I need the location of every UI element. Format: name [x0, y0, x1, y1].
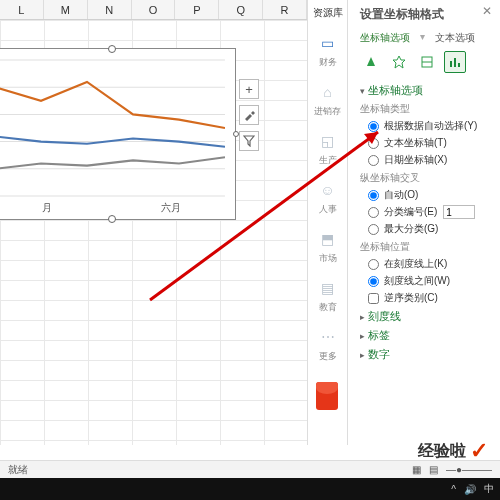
pane-title: 设置坐标轴格式 [360, 6, 490, 23]
resource-inventory[interactable]: ⌂进销存 [313, 81, 343, 118]
col-n[interactable]: N [88, 0, 132, 19]
resource-hr[interactable]: ☺人事 [313, 179, 343, 216]
label-axis-position: 坐标轴位置 [360, 240, 490, 254]
col-q[interactable]: Q [219, 0, 263, 19]
cube-icon: ◱ [317, 130, 339, 152]
view-normal-icon[interactable]: ▦ [412, 464, 421, 475]
chart-styles-button[interactable] [239, 105, 259, 125]
filter-icon [243, 135, 255, 147]
people-icon: ☺ [317, 179, 339, 201]
view-page-icon[interactable]: ▤ [429, 464, 438, 475]
chart-elements-button[interactable]: + [239, 79, 259, 99]
zoom-slider[interactable]: —●——— [446, 464, 492, 475]
resource-finance[interactable]: ▭财务 [313, 32, 343, 69]
format-axis-pane: 设置坐标轴格式 ✕ 坐标轴选项 ▾ 文本选项 坐标轴选项 坐标轴类型 根据数据自… [348, 0, 500, 445]
fill-line-icon[interactable] [360, 51, 382, 73]
taskbar: ^ 🔊 中 [0, 478, 500, 500]
section-labels[interactable]: 标签 [360, 328, 490, 343]
effects-icon[interactable] [388, 51, 410, 73]
svg-rect-9 [450, 61, 452, 67]
tray-volume-icon[interactable]: 🔊 [464, 484, 476, 495]
resource-sidebar: 资源库 ▭财务 ⌂进销存 ◱生产 ☺人事 ⬒市场 ▤教育 ⋯更多 [308, 0, 348, 445]
col-m[interactable]: M [44, 0, 88, 19]
resource-more[interactable]: ⋯更多 [313, 326, 343, 363]
opt-cross-category[interactable]: 分类编号(E) [368, 205, 490, 219]
status-bar: 就绪 ▦ ▤ —●——— [0, 460, 500, 478]
tab-text-options[interactable]: 文本选项 [435, 31, 475, 45]
resource-production[interactable]: ◱生产 [313, 130, 343, 167]
resource-title: 资源库 [313, 4, 343, 26]
col-p[interactable]: P [175, 0, 219, 19]
brush-icon [243, 109, 255, 121]
tray-ime-icon[interactable]: 中 [484, 482, 494, 496]
chart-icon: ⬒ [317, 228, 339, 250]
status-ready: 就绪 [8, 463, 28, 477]
resource-education[interactable]: ▤教育 [313, 277, 343, 314]
book-icon: ▤ [317, 277, 339, 299]
label-axis-type: 坐标轴类型 [360, 102, 490, 116]
tab-axis-options[interactable]: 坐标轴选项 [360, 31, 410, 45]
wallet-icon: ▭ [317, 32, 339, 54]
opt-between-tick[interactable]: 刻度线之间(W) [368, 274, 490, 288]
red-envelope-icon[interactable] [316, 382, 338, 410]
pane-tabs: 坐标轴选项 ▾ 文本选项 [360, 31, 490, 45]
opt-reverse-categories[interactable]: 逆序类别(C) [368, 291, 490, 305]
svg-rect-11 [458, 63, 460, 67]
col-o[interactable]: O [132, 0, 176, 19]
opt-date-axis[interactable]: 日期坐标轴(X) [368, 153, 490, 167]
chart-x-labels: 月 六月 [0, 201, 235, 215]
section-number[interactable]: 数字 [360, 347, 490, 362]
col-r[interactable]: R [263, 0, 307, 19]
chart-filter-button[interactable] [239, 131, 259, 151]
cell-grid[interactable]: 月 六月 + [0, 20, 307, 445]
opt-on-tick[interactable]: 在刻度线上(K) [368, 257, 490, 271]
svg-rect-10 [454, 58, 456, 67]
opt-cross-max[interactable]: 最大分类(G) [368, 222, 490, 236]
category-number-input[interactable] [443, 205, 475, 219]
label-vaxis-cross: 纵坐标轴交叉 [360, 171, 490, 185]
svg-marker-6 [393, 56, 405, 68]
resource-market[interactable]: ⬒市场 [313, 228, 343, 265]
opt-cross-auto[interactable]: 自动(O) [368, 188, 490, 202]
house-icon: ⌂ [317, 81, 339, 103]
size-props-icon[interactable] [416, 51, 438, 73]
section-axis-options[interactable]: 坐标轴选项 [360, 83, 490, 98]
embedded-chart[interactable]: 月 六月 + [0, 48, 236, 220]
spreadsheet-area[interactable]: L M N O P Q R [0, 0, 308, 445]
axis-options-icon[interactable] [444, 51, 466, 73]
column-headers: L M N O P Q R [0, 0, 307, 20]
close-pane-button[interactable]: ✕ [482, 4, 492, 18]
opt-auto-by-data[interactable]: 根据数据自动选择(Y) [368, 119, 490, 133]
tray-up-icon[interactable]: ^ [451, 484, 456, 495]
col-l[interactable]: L [0, 0, 44, 19]
opt-text-axis[interactable]: 文本坐标轴(T) [368, 136, 490, 150]
line-chart [0, 57, 225, 199]
more-icon: ⋯ [317, 326, 339, 348]
section-tick-marks[interactable]: 刻度线 [360, 309, 490, 324]
